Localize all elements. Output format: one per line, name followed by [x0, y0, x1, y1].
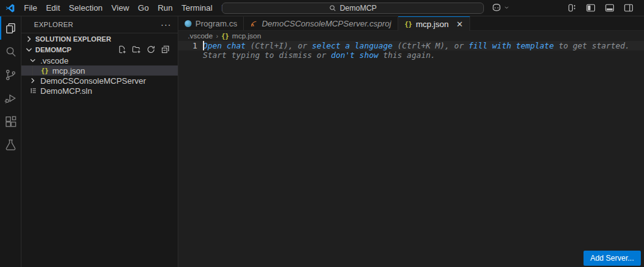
explorer-icon — [4, 21, 18, 35]
explorer-toolbar — [117, 45, 178, 54]
menu-edit[interactable]: Edit — [42, 0, 64, 16]
activity-run-debug[interactable] — [0, 86, 21, 110]
tree-item-label: .vscode — [40, 56, 69, 65]
xml-icon — [250, 20, 258, 28]
open-chat-link[interactable]: Open chat — [203, 41, 246, 50]
hint-text: to get started. — [554, 41, 630, 50]
chevron-down-icon — [28, 56, 38, 65]
activity-testing[interactable] — [0, 133, 21, 156]
toggle-panel-icon[interactable] — [604, 3, 615, 13]
activity-bar — [0, 16, 21, 267]
menu-go[interactable]: Go — [134, 0, 153, 16]
activity-source-control[interactable] — [0, 63, 21, 86]
command-center-search[interactable]: DemoMCP — [222, 3, 484, 14]
refresh-icon[interactable] — [146, 45, 156, 54]
chevron-right-icon — [24, 34, 34, 44]
menu-terminal[interactable]: Terminal — [177, 0, 217, 16]
chevron-down-icon — [24, 45, 34, 55]
tab-program-cs[interactable]: Program.cs — [178, 16, 244, 30]
tree-item-vscode-folder[interactable]: .vscode — [21, 55, 178, 65]
menu-file[interactable]: File — [20, 0, 42, 16]
json-icon: {} — [405, 21, 412, 28]
tree-item-label: DemoCSConsoleMCPServer — [40, 76, 146, 86]
section-label: SOLUTION EXPLORER — [35, 35, 111, 43]
copilot-menu[interactable] — [491, 2, 510, 13]
editor-line-1: 1 Open chat (Ctrl+I), or select a langua… — [178, 41, 644, 50]
indent-guide — [32, 65, 33, 76]
editor-line-1-wrap: Start typing to dismiss or don't show th… — [178, 50, 644, 60]
search-icon — [4, 45, 18, 59]
inline-hint-text: Start typing to dismiss or don't show th… — [203, 50, 435, 60]
menu-run[interactable]: Run — [153, 0, 177, 16]
json-icon: {} — [221, 33, 229, 40]
section-demomcp[interactable]: DEMOMCP — [21, 44, 178, 55]
solution-file-icon — [29, 86, 38, 95]
line-number: 1 — [178, 41, 197, 50]
extensions-icon — [4, 115, 18, 128]
tab-mcp-json[interactable]: {} mcp.json ✕ — [398, 16, 470, 31]
hint-text: (Ctrl+I), or — [246, 41, 312, 50]
sidebar-header: EXPLORER ··· — [21, 16, 178, 33]
inline-hint-text: Open chat (Ctrl+I), or select a language… — [203, 41, 630, 50]
close-icon[interactable]: ✕ — [456, 20, 463, 29]
file-tree: .vscode {} mcp.json DemoCSConsoleMCPServ… — [21, 55, 178, 96]
hint-text: Start typing to dismiss or — [203, 50, 331, 60]
testing-icon — [4, 138, 18, 152]
activity-extensions[interactable] — [0, 110, 21, 133]
tree-item-mcp-json[interactable]: {} mcp.json — [21, 65, 178, 76]
vscode-logo-icon — [4, 3, 16, 14]
new-file-icon[interactable] — [117, 45, 127, 54]
tab-label: DemoCSConsoleMCPServer.csproj — [262, 19, 391, 28]
hint-text: this again. — [378, 50, 435, 60]
search-value: DemoMCP — [340, 4, 377, 13]
run-debug-icon — [4, 91, 18, 105]
tree-item-sln-file[interactable]: DemoMCP.sln — [21, 86, 178, 96]
explorer-sidebar: EXPLORER ··· SOLUTION EXPLORER DEMOMCP — [21, 16, 178, 267]
search-icon — [329, 4, 336, 12]
tab-label: mcp.json — [416, 20, 449, 29]
breadcrumb-file[interactable]: mcp.json — [232, 32, 261, 40]
section-solution-explorer[interactable]: SOLUTION EXPLORER — [21, 33, 178, 44]
breadcrumb: .vscode › {} mcp.json — [178, 31, 644, 41]
breadcrumb-folder[interactable]: .vscode — [188, 32, 213, 40]
editor-group: Program.cs DemoCSConsoleMCPServer.csproj… — [178, 16, 644, 267]
more-actions-icon[interactable]: ··· — [161, 20, 171, 30]
code-editor[interactable]: 1 Open chat (Ctrl+I), or select a langua… — [178, 41, 644, 267]
csharp-icon — [185, 20, 192, 27]
select-language-link[interactable]: select a language — [312, 41, 393, 50]
add-server-button[interactable]: Add Server... — [584, 251, 641, 266]
text-cursor — [203, 41, 204, 50]
chevron-down-icon — [503, 4, 510, 11]
layout-controls — [566, 3, 634, 13]
collapse-all-icon[interactable] — [161, 45, 170, 54]
gutter-spacer — [178, 50, 197, 60]
menu-view[interactable]: View — [107, 0, 134, 16]
breadcrumb-separator-icon: › — [216, 32, 219, 40]
activity-explorer[interactable] — [0, 16, 21, 40]
section-label: DEMOMCP — [35, 46, 71, 54]
tab-csproj[interactable]: DemoCSConsoleMCPServer.csproj — [244, 16, 398, 30]
tree-item-label: mcp.json — [52, 66, 85, 76]
toggle-primary-sidebar-icon[interactable] — [585, 3, 596, 13]
tab-label: Program.cs — [195, 19, 237, 28]
tree-item-democonsole-folder[interactable]: DemoCSConsoleMCPServer — [21, 76, 178, 86]
sidebar-title: EXPLORER — [34, 21, 73, 28]
fill-with-template-link[interactable]: fill with template — [468, 41, 553, 50]
chevron-right-icon — [28, 76, 38, 85]
customize-layout-icon[interactable] — [566, 3, 577, 13]
dont-show-link[interactable]: don't show — [331, 50, 378, 60]
copilot-icon — [491, 2, 502, 13]
source-control-icon — [4, 68, 18, 82]
new-folder-icon[interactable] — [132, 45, 141, 54]
title-bar: File Edit Selection View Go Run Terminal… — [0, 0, 644, 16]
tab-bar: Program.cs DemoCSConsoleMCPServer.csproj… — [178, 16, 644, 31]
vscode-window: File Edit Selection View Go Run Terminal… — [0, 0, 644, 267]
hint-text: (Ctrl+K M), or — [393, 41, 468, 50]
toggle-secondary-sidebar-icon[interactable] — [623, 3, 634, 13]
tree-item-label: DemoMCP.sln — [40, 86, 92, 96]
json-file-icon: {} — [40, 67, 50, 74]
activity-search[interactable] — [0, 40, 21, 63]
menu-selection[interactable]: Selection — [64, 0, 106, 16]
